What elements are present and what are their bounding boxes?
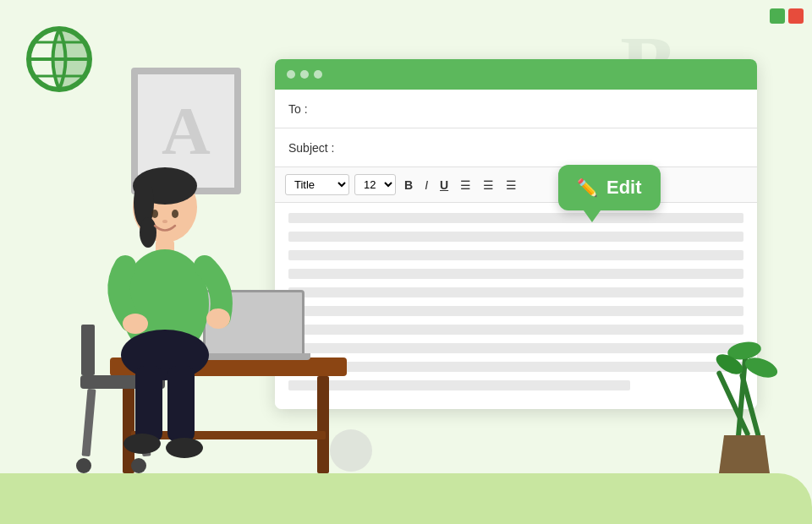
svg-point-9 [172,210,178,218]
to-label: To : [288,102,348,116]
decorative-box [330,429,372,472]
text-line-10 [288,380,630,390]
edit-label: Edit [606,177,642,199]
underline-button[interactable]: U [436,177,452,194]
svg-point-15 [121,330,209,380]
font-style-select[interactable]: Title Normal H1 H2 [285,174,349,195]
text-line-5 [288,287,743,297]
subject-field-row: Subject : [275,128,757,167]
svg-point-8 [151,210,158,218]
email-window: To : Subject : Title Normal H1 H2 8 10 1… [275,59,757,409]
subject-label: Subject : [288,141,348,155]
text-line-6 [288,306,743,316]
globe-logo [25,25,93,93]
svg-point-7 [140,217,156,248]
svg-rect-16 [135,366,162,442]
paperclip-icon: ✏️ [577,177,598,198]
titlebar-dot-2 [300,70,309,79]
text-line-1 [288,213,743,223]
floor [0,473,812,524]
email-body[interactable] [275,203,757,409]
window-titlebar [275,59,757,90]
window-body: To : Subject : Title Normal H1 H2 8 10 1… [275,90,757,409]
person-illustration [85,156,245,478]
plant-pot [719,435,770,473]
text-line-4 [288,269,743,279]
formatting-toolbar: Title Normal H1 H2 8 10 12 14 16 B I U ☰… [275,167,757,203]
text-line-2 [288,232,743,242]
align-left-button[interactable]: ☰ [457,177,475,194]
desk-leg-right [317,376,329,473]
italic-button[interactable]: I [421,177,431,194]
titlebar-dot-1 [287,70,295,79]
text-line-9 [288,362,743,372]
svg-rect-17 [167,366,195,442]
align-right-button[interactable]: ☰ [502,177,520,194]
icon-green[interactable] [770,8,785,24]
to-field-row: To : [275,90,757,128]
text-line-7 [288,325,743,335]
svg-point-18 [123,434,161,454]
subject-input[interactable] [348,141,743,155]
align-center-button[interactable]: ☰ [480,177,497,194]
svg-point-14 [206,308,230,329]
window-controls[interactable] [770,8,804,24]
svg-point-13 [123,314,148,334]
svg-point-10 [162,220,167,223]
svg-point-19 [166,438,203,458]
text-line-8 [288,343,743,353]
titlebar-dot-3 [314,70,322,79]
icon-red[interactable] [788,8,804,24]
edit-bubble[interactable]: ✏️ Edit [558,165,661,210]
to-input[interactable] [348,102,743,116]
text-line-3 [288,250,743,260]
bold-button[interactable]: B [401,177,416,194]
font-size-select[interactable]: 8 10 12 14 16 [354,174,396,195]
